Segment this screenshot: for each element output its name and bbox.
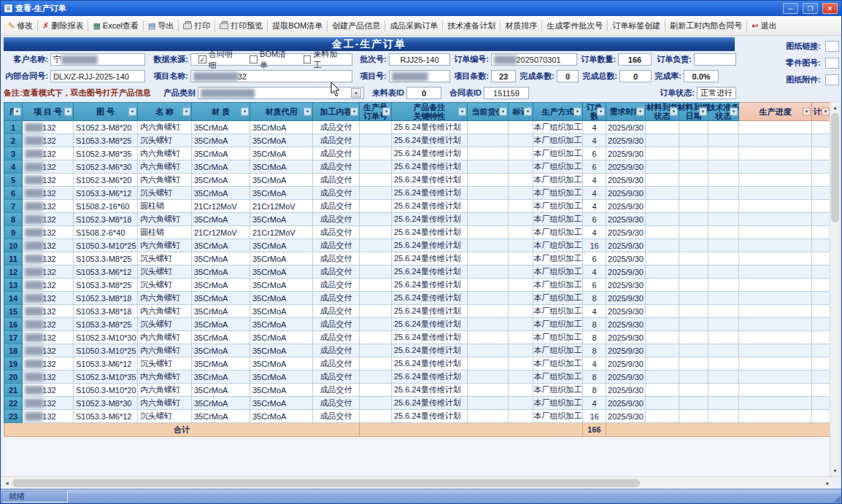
cell-prod_order[interactable]	[360, 305, 392, 318]
cell-name[interactable]: 内六角螺钉	[138, 174, 192, 187]
cell-mark[interactable]	[509, 344, 533, 357]
cell-material_sub[interactable]: 35CrMoA	[250, 397, 313, 410]
cell-content[interactable]: 成品交付	[313, 213, 360, 226]
cell-name[interactable]: 沉头螺钉	[138, 410, 192, 423]
cell-date[interactable]: 2025/9/30	[606, 410, 646, 423]
cell-mat_status[interactable]	[646, 252, 679, 265]
cell-prod_order[interactable]	[360, 134, 392, 147]
cell-material_sub[interactable]: 35CrMoA	[250, 410, 313, 423]
cell-location[interactable]	[468, 134, 509, 147]
cell-progress[interactable]	[739, 147, 812, 160]
cell-project[interactable]: ████132	[23, 371, 74, 384]
cell-plan[interactable]	[812, 121, 831, 134]
cell-material[interactable]: 35CrMoA	[192, 252, 250, 265]
cell-tech_status[interactable]	[708, 397, 739, 410]
cell-qty[interactable]: 6	[583, 279, 606, 292]
filter-arrow-icon[interactable]: ▼	[382, 108, 390, 116]
cell-tech_status[interactable]	[708, 226, 739, 239]
cell-drawing[interactable]: S1052.3-M10*35	[74, 371, 138, 384]
cell-remark[interactable]: 25.6.24量传维计划	[392, 292, 468, 305]
filter-arrow-icon[interactable]: ▼	[670, 108, 678, 116]
cell-mark[interactable]	[509, 160, 533, 174]
cell-mat_status[interactable]	[646, 134, 679, 147]
cell-method[interactable]: 本厂组织加工	[533, 410, 583, 423]
cell-drawing[interactable]: S1052.3-M8*18	[74, 292, 138, 305]
cell-plan[interactable]	[812, 279, 831, 292]
toolbar-button-create-product-info[interactable]: 创建产品信息	[328, 18, 384, 34]
cell-progress[interactable]	[739, 252, 812, 265]
cell-material_sub[interactable]: 21Cr12MoV	[250, 200, 313, 213]
cell-method[interactable]: 本厂组织加工	[533, 239, 583, 252]
cell-remark[interactable]: 25.6.24量传维计划	[392, 121, 468, 134]
cell-prod_order[interactable]	[360, 397, 392, 410]
cell-project[interactable]: ████132	[23, 357, 74, 371]
cell-material_sub[interactable]: 35CrMoA	[250, 331, 313, 344]
part-drawing-field[interactable]	[825, 58, 839, 69]
column-header-method[interactable]: 生产方式▼	[533, 102, 583, 121]
cell-date[interactable]: 2025/9/30	[606, 318, 646, 331]
vertical-scroll-thumb[interactable]	[831, 113, 839, 222]
close-button[interactable]: ✕	[822, 3, 838, 14]
cell-prod_order[interactable]	[360, 384, 392, 397]
cell-project[interactable]: ████132	[23, 121, 74, 134]
cell-name[interactable]: 内六角螺钉	[138, 384, 192, 397]
filter-arrow-icon[interactable]: ▼	[636, 108, 644, 116]
incoming-id-field[interactable]: 0	[406, 87, 441, 99]
cell-tech_status[interactable]	[708, 213, 739, 226]
cell-plan[interactable]	[812, 213, 831, 226]
cell-remark[interactable]: 25.6.24量传维计划	[392, 371, 468, 384]
column-header-project[interactable]: 项 目 号▼	[23, 102, 74, 121]
cell-project[interactable]: ████132	[23, 174, 74, 187]
toolbar-button-print-preview[interactable]: 打印预览	[216, 18, 266, 34]
cell-name[interactable]: 沉头螺钉	[138, 187, 192, 200]
customer-field[interactable]: 宁████████	[50, 53, 145, 66]
cell-method[interactable]: 本厂组织加工	[533, 187, 583, 200]
cell-location[interactable]	[468, 121, 509, 134]
cell-seq[interactable]: 12	[4, 265, 23, 279]
done-total-field[interactable]: 0	[619, 70, 652, 82]
order-qty-field[interactable]: 166	[618, 53, 652, 66]
toolbar-button-delete-report[interactable]: ✗删除报表	[39, 18, 87, 34]
cell-date[interactable]: 2025/9/30	[606, 357, 646, 371]
cell-plan[interactable]	[812, 410, 831, 423]
cell-date[interactable]: 2025/9/30	[606, 331, 646, 344]
cell-material_sub[interactable]: 35CrMoA	[250, 134, 313, 147]
cell-name[interactable]: 内六角螺钉	[138, 397, 192, 410]
cell-plan[interactable]	[812, 147, 831, 160]
cell-date[interactable]: 2025/9/30	[606, 134, 646, 147]
cell-material[interactable]: 35CrMoA	[192, 174, 250, 187]
cell-mark[interactable]	[509, 384, 533, 397]
cell-mark[interactable]	[509, 252, 533, 265]
cell-date[interactable]: 2025/9/30	[606, 305, 646, 318]
cell-progress[interactable]	[739, 357, 812, 371]
cell-name[interactable]: 内六角螺钉	[138, 147, 192, 160]
cell-mat_date[interactable]	[679, 331, 708, 344]
cell-location[interactable]	[468, 174, 509, 187]
cell-project[interactable]: ████132	[23, 160, 74, 174]
cell-mat_date[interactable]	[679, 174, 708, 187]
cell-seq[interactable]: 8	[4, 213, 23, 226]
cell-drawing[interactable]: S1052.3-M8*18	[74, 213, 138, 226]
cell-drawing[interactable]: S1053.3-M6*12	[74, 357, 138, 371]
toolbar-button-modify[interactable]: ✎修改	[4, 18, 36, 34]
cell-qty[interactable]: 16	[583, 239, 606, 252]
cell-material_sub[interactable]: 35CrMoA	[250, 371, 313, 384]
cell-drawing[interactable]: S1052.3-M8*30	[74, 397, 138, 410]
column-header-drawing[interactable]: 图 号▼	[74, 102, 138, 121]
checkbox-incoming-material[interactable]: 来料加工	[304, 49, 344, 71]
cell-mat_status[interactable]	[646, 397, 679, 410]
cell-material[interactable]: 35CrMoA	[192, 318, 250, 331]
cell-name[interactable]: 内六角螺钉	[138, 292, 192, 305]
cell-material[interactable]: 35CrMoA	[192, 384, 250, 397]
cell-remark[interactable]: 25.6.24量传维计划	[392, 226, 468, 239]
cell-plan[interactable]	[812, 265, 831, 279]
toolbar-button-order-label-create[interactable]: 订单标签创建	[609, 18, 664, 34]
cell-prod_order[interactable]	[360, 279, 392, 292]
cell-drawing[interactable]: S1052.3-M10*30	[74, 331, 138, 344]
cell-seq[interactable]: 19	[4, 357, 23, 371]
cell-material[interactable]: 35CrMoA	[192, 371, 250, 384]
column-header-date[interactable]: 需求时间▼	[606, 102, 646, 121]
cell-prod_order[interactable]	[360, 213, 392, 226]
toolbar-button-gen-part-batch[interactable]: 生成零件批次号	[543, 18, 606, 34]
cell-material[interactable]: 21Cr12MoV	[192, 226, 250, 239]
